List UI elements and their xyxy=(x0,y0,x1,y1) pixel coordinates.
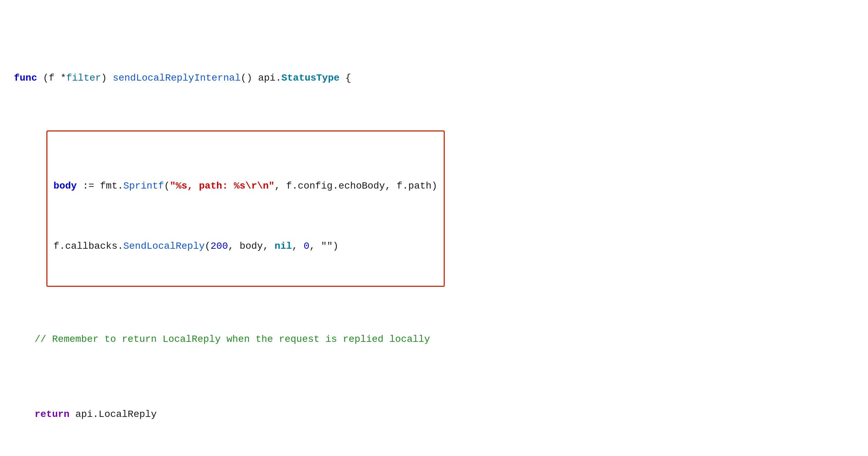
func1-signature-line: func (f *filter) sendLocalReplyInternal(… xyxy=(14,71,854,85)
filter-type: filter xyxy=(66,71,101,85)
num-200: 200 xyxy=(210,239,228,254)
func-keyword: func xyxy=(14,71,37,85)
return-line-1: return api.LocalReply xyxy=(14,407,854,422)
func-name-1: sendLocalReplyInternal xyxy=(113,71,241,85)
format-string: "%s, path: %s\r\n" xyxy=(170,179,274,193)
num-0: 0 xyxy=(304,239,309,254)
send-local-reply-func: SendLocalReply xyxy=(123,239,205,254)
nil-keyword: nil xyxy=(274,239,292,254)
comment-line-1: // Remember to return LocalReply when th… xyxy=(14,332,854,347)
code-editor: func (f *filter) sendLocalReplyInternal(… xyxy=(14,10,854,456)
box1-line2: f.callbacks.SendLocalReply(200, body, ni… xyxy=(54,239,437,254)
comment-1-text: // Remember to return LocalReply when th… xyxy=(35,332,430,347)
highlight-box-1: body := fmt.Sprintf("%s, path: %s\r\n", … xyxy=(46,130,445,287)
status-type-1: StatusType xyxy=(281,71,340,85)
return-keyword-1: return xyxy=(35,407,70,422)
box1-line1: body := fmt.Sprintf("%s, path: %s\r\n", … xyxy=(54,179,437,193)
sprintf-func: Sprintf xyxy=(123,179,164,193)
body-var: body xyxy=(54,179,77,193)
